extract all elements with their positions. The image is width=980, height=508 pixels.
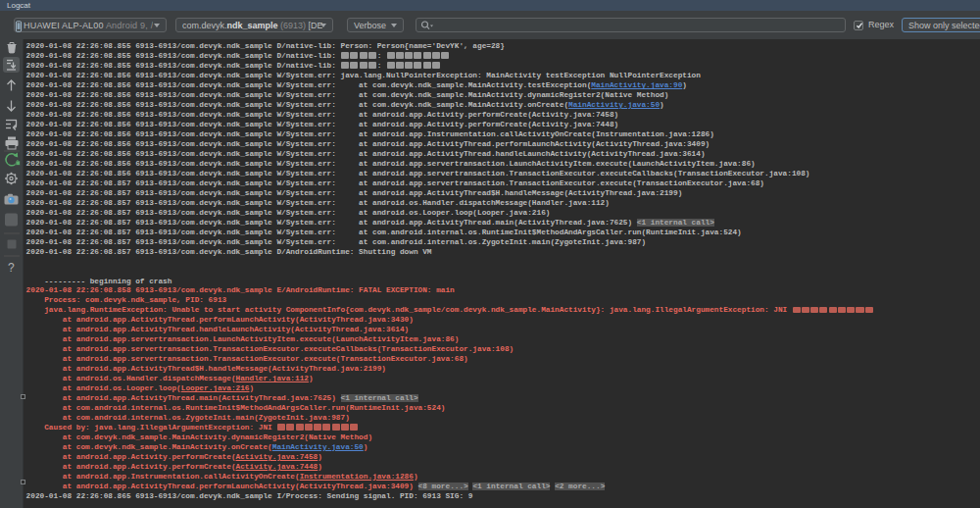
svg-text:?: ?: [8, 261, 15, 275]
